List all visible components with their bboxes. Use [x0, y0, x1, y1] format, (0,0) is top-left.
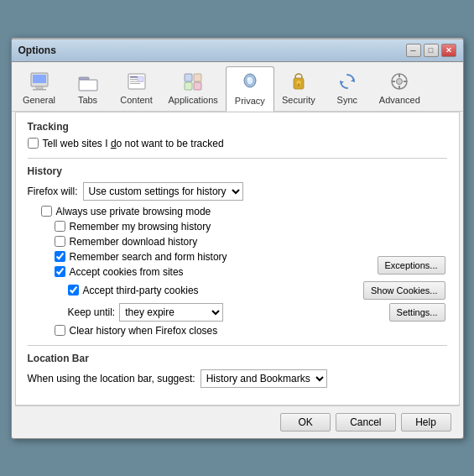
svg-rect-1 [33, 75, 46, 83]
svg-rect-30 [392, 81, 395, 82]
advanced-icon [388, 70, 411, 93]
applications-icon [181, 70, 205, 93]
tracking-checkbox-row: Tell web sites I do not want to be track… [28, 138, 447, 149]
svg-rect-29 [398, 86, 400, 89]
svg-rect-2 [36, 86, 43, 89]
content-icon [125, 70, 148, 93]
show-cookies-button[interactable]: Show Cookies... [363, 281, 445, 300]
tracking-checkbox[interactable] [28, 138, 39, 149]
tab-security[interactable]: Security [274, 65, 323, 111]
history-checks-left: Remember my browsing history Remember do… [28, 221, 378, 281]
keep-until-label: Keep until: [68, 306, 116, 318]
tab-applications-label: Applications [169, 95, 218, 105]
tabs-icon [76, 70, 100, 93]
remember-search-text: Remember search and form history [70, 251, 227, 263]
tab-privacy[interactable]: Privacy [226, 66, 274, 112]
tab-advanced-label: Advanced [379, 95, 420, 105]
tab-advanced[interactable]: Advanced [372, 65, 428, 111]
firefox-will-row: Firefox will: Use custom settings for hi… [28, 182, 447, 201]
svg-rect-8 [130, 76, 138, 78]
clear-history-checkbox[interactable] [55, 325, 65, 336]
tab-sync-label: Sync [337, 95, 357, 105]
svg-rect-13 [185, 74, 192, 81]
remember-download-row: Remember download history [28, 236, 378, 248]
footer: OK Cancel Help [15, 405, 460, 438]
svg-rect-16 [194, 82, 201, 90]
tab-general-label: General [23, 95, 55, 105]
cancel-button[interactable]: Cancel [336, 413, 395, 432]
history-label: History [28, 165, 447, 177]
main-content: Tracking Tell web sites I do not want to… [15, 112, 460, 405]
location-bar-label: Location Bar [28, 353, 447, 364]
tab-applications[interactable]: Applications [161, 65, 226, 111]
svg-rect-28 [398, 74, 400, 77]
always-private-text: Always use private browsing mode [56, 206, 211, 217]
svg-rect-14 [194, 74, 201, 81]
always-private-checkbox[interactable] [41, 206, 52, 217]
svg-rect-6 [80, 81, 96, 90]
svg-rect-4 [79, 77, 89, 80]
help-button[interactable]: Help [401, 413, 451, 432]
svg-rect-31 [404, 81, 407, 82]
ok-button[interactable]: OK [280, 413, 331, 432]
divider-1 [28, 158, 447, 159]
sync-icon [336, 70, 359, 93]
close-button[interactable]: ✕ [441, 44, 456, 57]
general-icon [28, 70, 51, 93]
svg-point-27 [397, 78, 403, 84]
tab-tabs[interactable]: Tabs [64, 65, 112, 111]
svg-rect-12 [138, 76, 143, 81]
remember-download-text: Remember download history [70, 236, 198, 248]
remember-search-row: Remember search and form history [28, 251, 378, 263]
minimize-button[interactable]: ─ [406, 44, 421, 57]
accept-third-party-checkbox[interactable] [68, 285, 79, 296]
tab-privacy-label: Privacy [235, 96, 265, 106]
accept-cookies-row: Accept cookies from sites [28, 266, 378, 278]
remember-download-checkbox[interactable] [55, 236, 65, 247]
remember-search-checkbox[interactable] [55, 251, 65, 262]
tab-sync[interactable]: Sync [323, 65, 372, 111]
accept-third-party-row: Accept third-party cookies [28, 285, 199, 296]
svg-rect-11 [130, 83, 140, 84]
keep-until-row: Keep until: they expire I close Firefox … [28, 303, 224, 322]
always-private-row: Always use private browsing mode [28, 206, 447, 217]
location-bar-suggest-select[interactable]: History and Bookmarks History Bookmarks … [201, 369, 327, 388]
exceptions-area: Exceptions... [378, 221, 447, 275]
tab-general[interactable]: General [15, 65, 64, 111]
svg-rect-23 [298, 83, 300, 86]
accept-cookies-checkbox[interactable] [55, 266, 65, 277]
tracking-text: Tell web sites I do not want to be track… [43, 138, 224, 149]
window-controls: ─ □ ✕ [406, 44, 456, 57]
location-bar-row: When using the location bar, suggest: Hi… [28, 369, 447, 388]
remember-browsing-checkbox[interactable] [55, 221, 65, 232]
location-bar-text: When using the location bar, suggest: [28, 373, 195, 384]
tracking-label: Tracking [28, 121, 447, 133]
keep-until-wrapper: Keep until: they expire I close Firefox … [28, 303, 447, 322]
tab-security-label: Security [282, 95, 315, 105]
third-party-row-wrapper: Accept third-party cookies Show Cookies.… [28, 281, 447, 300]
title-bar: Options ─ □ ✕ [12, 39, 463, 62]
history-mode-select[interactable]: Use custom settings for history Remember… [83, 182, 243, 201]
svg-rect-3 [33, 89, 46, 91]
remember-browsing-row: Remember my browsing history [28, 221, 378, 233]
remember-browsing-text: Remember my browsing history [70, 221, 211, 233]
window-title: Options [18, 44, 56, 56]
accept-cookies-text: Accept cookies from sites [70, 266, 184, 278]
privacy-icon [238, 71, 262, 94]
divider-2 [28, 345, 447, 346]
exceptions-button[interactable]: Exceptions... [378, 256, 445, 275]
clear-history-row: Clear history when Firefox closes [28, 325, 447, 337]
location-bar-section: Location Bar When using the location bar… [28, 353, 447, 388]
tab-content[interactable]: Content [112, 65, 161, 111]
tab-content-label: Content [120, 95, 153, 105]
maximize-button[interactable]: □ [424, 44, 439, 57]
clear-history-text: Clear history when Firefox closes [70, 325, 218, 337]
svg-rect-15 [185, 82, 192, 90]
firefox-will-label: Firefox will: [28, 186, 78, 197]
tracking-section: Tracking Tell web sites I do not want to… [28, 121, 447, 149]
tab-tabs-label: Tabs [78, 95, 97, 105]
accept-third-party-text: Accept third-party cookies [83, 285, 199, 296]
keep-until-select[interactable]: they expire I close Firefox ask me every… [119, 303, 223, 322]
settings-button[interactable]: Settings... [389, 303, 445, 322]
svg-point-19 [247, 77, 249, 81]
